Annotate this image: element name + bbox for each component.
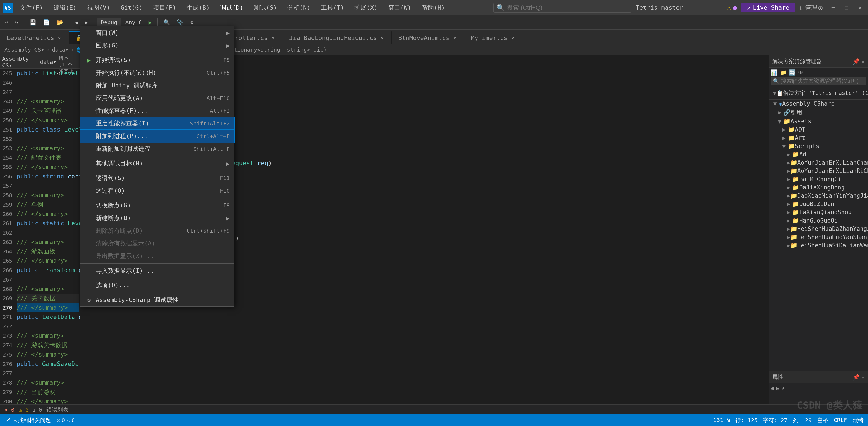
tab-levelpanel-close[interactable]: ✕ (57, 34, 62, 41)
menu-analyze[interactable]: 分析(N) (282, 2, 315, 13)
tree-art[interactable]: ▶ 📁 Art (769, 134, 868, 142)
ctx-start-nodebug[interactable]: 开始执行(不调试)(H) Ctrl+F5 (80, 66, 234, 79)
tree-adt[interactable]: ▶ 📁 ADT (769, 126, 868, 134)
maximize-button[interactable]: □ (841, 3, 852, 13)
ctx-step-into[interactable]: 逐语句(S) F11 (80, 172, 234, 185)
toolbar-settings[interactable]: ⚙ (188, 18, 196, 27)
tree-label-heishen1: HeiShenHuaDaZhanYangJian (797, 226, 868, 232)
toolbar-open[interactable]: 📂 (54, 18, 66, 27)
tree-assembly-csharp[interactable]: ▼ ◈ Assembly-CSharp (769, 100, 868, 108)
ctx-toggle-bp[interactable]: 切换断点(G) F9 (80, 199, 234, 212)
menu-test[interactable]: 测试(S) (249, 2, 282, 13)
left-tab-data[interactable]: data▾ (40, 59, 56, 65)
live-share-icon: ↗ (747, 4, 750, 11)
ctx-debug-props[interactable]: ⚙ Assembly-CSharp 调试属性 (80, 294, 234, 306)
menu-build[interactable]: 生成(B) (182, 2, 215, 13)
toolbar-undo[interactable]: ↩ (2, 18, 11, 27)
toolbar-run[interactable]: ▶ (146, 18, 155, 27)
ctx-restart-profiler-label: 重启性能探查器(I) (96, 120, 149, 128)
solution-refresh-icon[interactable]: 🔄 (789, 69, 796, 76)
menu-window[interactable]: 窗口(W) (383, 2, 416, 13)
ctx-reattach[interactable]: 重新附加到调试进程 Shift+Alt+P (80, 142, 234, 155)
properties-close[interactable]: ✕ (861, 374, 865, 381)
prop-icon2[interactable]: ⊟ (776, 385, 779, 392)
toolbar-fwd[interactable]: ▶ (82, 18, 91, 27)
menu-tools[interactable]: 工具(T) (316, 2, 349, 13)
tab-mytimer[interactable]: MyTimer.cs ✕ (464, 31, 522, 44)
breadcrumb-assembly[interactable]: Assembly-CS▾ (4, 46, 44, 53)
prop-icon3[interactable]: ⚡ (782, 385, 785, 392)
ctx-attach-process[interactable]: 附加到进程(P)... Ctrl+Alt+P (80, 130, 234, 142)
menu-edit[interactable]: 编辑(E) (49, 2, 82, 13)
tab-jianbao[interactable]: JianBaoLongJingFeiCui.cs ✕ (282, 31, 392, 44)
minimize-button[interactable]: ─ (828, 3, 839, 13)
tab-btnmove[interactable]: BtnMoveAnim.cs ✕ (392, 31, 464, 44)
search-input[interactable] (507, 4, 628, 11)
left-tab-assembly[interactable]: Assembly-CS▾ (2, 56, 32, 69)
ctx-window[interactable]: 窗口(W) ▶ (80, 27, 234, 39)
tree-assets[interactable]: ▼ 📁 Assets (769, 117, 868, 126)
toolbar-search[interactable]: 🔍 (160, 18, 173, 27)
solution-properties-icon[interactable]: 📊 (771, 69, 778, 76)
search-bar[interactable]: 🔍 (493, 3, 631, 13)
ctx-options[interactable]: 选项(O)... (80, 279, 234, 292)
ctx-step-over[interactable]: 逐过程(O) F10 (80, 185, 234, 197)
tree-duobi[interactable]: ▶ 📁 DuoBiZiDan (769, 200, 868, 208)
menu-debug[interactable]: 调试(D) (215, 2, 248, 13)
tab-mytimer-close[interactable]: ✕ (510, 34, 516, 41)
toolbar-redo[interactable]: ↪ (12, 18, 21, 27)
tree-heishen3[interactable]: ▶ 📁 HeiShenHuaSiDaTianWang (769, 241, 868, 250)
tab-btnmove-close[interactable]: ✕ (452, 34, 458, 41)
ctx-window-label: 窗口(W) (96, 29, 119, 37)
ctx-attach-unity[interactable]: 附加 Unity 调试程序 (80, 79, 234, 92)
tab-levelpanel[interactable]: LevelPanel.cs ✕ (0, 31, 69, 44)
tab-audio-close[interactable]: ✕ (270, 34, 276, 41)
toolbar-save[interactable]: 💾 (27, 18, 39, 27)
solution-show-all-icon[interactable]: 📁 (780, 69, 787, 76)
tree-aoyon2[interactable]: ▶ 📁 AoYunJianErXuLianRiChang (769, 167, 868, 175)
ctx-profiler[interactable]: 性能探查器(F)... Alt+F2 (80, 104, 234, 117)
menu-extensions[interactable]: 扩展(X) (349, 2, 382, 13)
live-share-button[interactable]: ↗ Live Share (741, 3, 795, 12)
solution-search-input[interactable] (781, 78, 864, 84)
tree-scripts[interactable]: ▼ 📁 Scripts (769, 142, 868, 150)
tree-baimic[interactable]: ▶ 📁 BaiMiChongCi (769, 175, 868, 183)
toolbar-attach[interactable]: 📎 (174, 18, 186, 27)
ctx-new-bp[interactable]: 新建断点(B) ▶ (80, 212, 234, 224)
solution-preview-icon[interactable]: 👁 (798, 69, 803, 76)
properties-pin[interactable]: 📌 (853, 374, 860, 381)
toolbar-any-cpu[interactable]: Any C (122, 18, 145, 27)
solution-search[interactable]: 🔍 (771, 77, 866, 85)
tree-heishen1[interactable]: ▶ 📁 HeiShenHuaDaZhanYangJian (769, 225, 868, 233)
prop-icon1[interactable]: ⊞ (771, 385, 774, 392)
tree-aoyon1[interactable]: ▶ 📁 AoYunJianErXuLianChang (769, 159, 868, 167)
menu-file[interactable]: 文件(F) (15, 2, 48, 13)
menu-help[interactable]: 帮助(H) (417, 2, 450, 13)
tab-jianbao-close[interactable]: ✕ (379, 34, 385, 41)
tree-heishen2[interactable]: ▶ 📁 HeiShenHuaHuoYanShan (769, 233, 868, 241)
ctx-sep7 (80, 293, 234, 293)
left-line-278: /// <summary> (17, 378, 79, 387)
ctx-apply-code[interactable]: 应用代码更改(A) Alt+F10 (80, 92, 234, 104)
breadcrumb-data[interactable]: data▾ (52, 46, 69, 53)
menu-view[interactable]: 视图(V) (82, 2, 115, 13)
ctx-import-data[interactable]: 导入数据显示(I)... (80, 264, 234, 277)
menu-git[interactable]: Git(G) (116, 3, 147, 12)
tree-daoxiao[interactable]: ▶ 📁 DaoXiaoMianYinYangJia (769, 192, 868, 200)
tree-dajia[interactable]: ▶ 📁 DaJiaXingDong (769, 183, 868, 192)
debug-dropdown[interactable]: Debug (96, 18, 121, 27)
ctx-other-targets[interactable]: 其他调试目标(H) ▶ (80, 157, 234, 170)
close-button[interactable]: ✕ (854, 3, 865, 13)
tree-faxian[interactable]: ▶ 📁 FaXianQiangShou (769, 208, 868, 217)
tree-ad[interactable]: ▶ 📁 Ad (769, 150, 868, 159)
right-panel-close[interactable]: ✕ (861, 58, 865, 65)
tree-refs[interactable]: ▶ 🔗 引用 (769, 108, 868, 117)
right-panel-pin[interactable]: 📌 (853, 58, 860, 65)
toolbar-file[interactable]: 📄 (40, 18, 53, 27)
toolbar-back[interactable]: ◀ (72, 18, 81, 27)
ctx-start-debug[interactable]: ▶ 开始调试(S) F5 (80, 54, 234, 66)
ctx-restart-profiler[interactable]: 重启性能探查器(I) Shift+Alt+F2 (80, 117, 234, 130)
tree-hanguo[interactable]: ▶ 📁 HanGuoGuoQi (769, 217, 868, 225)
menu-project[interactable]: 项目(P) (148, 2, 181, 13)
ctx-graphics[interactable]: 图形(G) ▶ (80, 39, 234, 52)
